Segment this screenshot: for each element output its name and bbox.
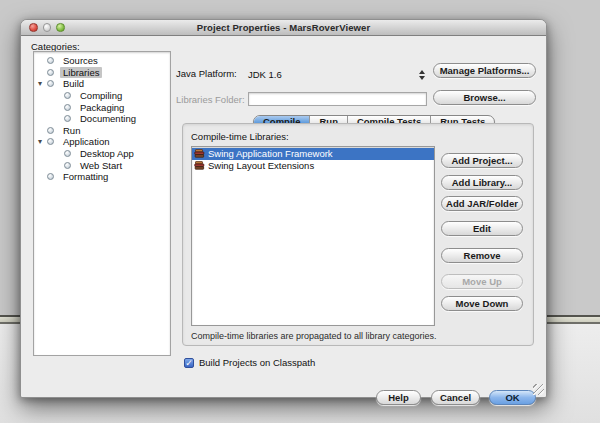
tree-item-label: Documenting	[77, 113, 139, 124]
compile-libraries-groupbox: Compile-time Libraries: Swing Applicatio…	[182, 123, 534, 346]
tree-item-label: Sources	[60, 55, 101, 66]
help-button[interactable]: Help	[376, 390, 421, 405]
categories-tree[interactable]: Sources Libraries ▾ Build Compiling P	[33, 51, 171, 356]
library-books-icon	[194, 161, 205, 170]
java-platform-combobox[interactable]: JDK 1.6	[248, 69, 282, 80]
library-actions: Add Project...Add Library...Add JAR/Fold…	[441, 153, 523, 311]
libraries-folder-label: Libraries Folder:	[176, 94, 245, 105]
tree-item-label: Web Start	[77, 160, 125, 171]
libraries-folder-input[interactable]	[248, 92, 427, 106]
combobox-stepper-icon[interactable]	[419, 70, 425, 80]
window-content: Categories: Sources Libraries ▾ Build	[21, 35, 546, 397]
category-bullet-icon	[64, 104, 71, 111]
checkbox-label: Build Projects on Classpath	[199, 357, 315, 368]
library-name: Swing Application Framework	[208, 148, 333, 159]
tree-item-label: Application	[60, 136, 112, 147]
tree-item-label: Formatting	[60, 171, 111, 182]
remove-button[interactable]: Remove	[441, 248, 523, 263]
tree-item-label: Run	[60, 125, 83, 136]
manage-platforms-button[interactable]: Manage Platforms...	[433, 63, 536, 78]
category-bullet-icon	[64, 115, 71, 122]
edit-button[interactable]: Edit	[441, 221, 523, 236]
category-bullet-icon	[64, 150, 71, 157]
tree-item-formatting[interactable]: Formatting	[34, 171, 170, 183]
library-books-icon	[194, 149, 205, 158]
tree-item-label: Compiling	[77, 90, 125, 101]
expander-icon[interactable]: ▾	[38, 137, 47, 146]
tree-item-label: Packaging	[77, 102, 127, 113]
category-bullet-icon	[47, 80, 54, 87]
category-bullet-icon	[64, 92, 71, 99]
move-down-button[interactable]: Move Down	[441, 296, 523, 311]
tree-item-libraries[interactable]: Libraries	[34, 67, 170, 79]
tree-item-compiling[interactable]: Compiling	[34, 90, 170, 102]
cancel-button[interactable]: Cancel	[431, 390, 480, 405]
ok-button[interactable]: OK	[489, 390, 536, 405]
browse-button[interactable]: Browse...	[433, 90, 536, 105]
category-bullet-icon	[47, 173, 54, 180]
library-item-swing-layout-extensions[interactable]: Swing Layout Extensions	[192, 160, 434, 172]
category-bullet-icon	[47, 69, 54, 76]
compile-time-libraries-label: Compile-time Libraries:	[191, 131, 289, 142]
tree-item-label: Libraries	[60, 67, 102, 78]
add-library-button[interactable]: Add Library...	[441, 175, 523, 190]
compile-libraries-list[interactable]: Swing Application Framework Swing Layout…	[191, 146, 435, 326]
tree-item-application[interactable]: ▾ Application	[34, 136, 170, 148]
window-titlebar[interactable]: Project Properties - MarsRoverViewer	[21, 20, 546, 36]
library-item-swing-application-framework[interactable]: Swing Application Framework	[192, 148, 434, 160]
resize-grip-icon[interactable]	[533, 384, 544, 395]
move-up-button[interactable]: Move Up	[441, 274, 523, 289]
tree-item-label: Build	[60, 78, 87, 89]
tree-item-documenting[interactable]: Documenting	[34, 113, 170, 125]
add-project-button[interactable]: Add Project...	[441, 153, 523, 168]
build-projects-checkbox-row[interactable]: ✓ Build Projects on Classpath	[184, 357, 315, 368]
checkbox-checked-icon[interactable]: ✓	[184, 358, 194, 368]
tree-item-sources[interactable]: Sources	[34, 55, 170, 67]
category-bullet-icon	[64, 162, 71, 169]
tree-item-run[interactable]: Run	[34, 125, 170, 137]
propagation-note: Compile-time libraries are propagated to…	[191, 331, 531, 341]
expander-icon[interactable]: ▾	[38, 79, 47, 88]
library-name: Swing Layout Extensions	[208, 160, 314, 171]
project-properties-window: Project Properties - MarsRoverViewer Cat…	[20, 19, 547, 398]
tree-item-label: Desktop App	[77, 148, 137, 159]
java-platform-label: Java Platform:	[176, 68, 237, 79]
window-title: Project Properties - MarsRoverViewer	[21, 22, 546, 33]
tree-item-desktop-app[interactable]: Desktop App	[34, 148, 170, 160]
tree-item-web-start[interactable]: Web Start	[34, 159, 170, 171]
category-bullet-icon	[47, 138, 54, 145]
tree-item-packaging[interactable]: Packaging	[34, 101, 170, 113]
category-bullet-icon	[47, 127, 54, 134]
add-jar-folder-button[interactable]: Add JAR/Folder	[441, 196, 523, 211]
tree-item-build[interactable]: ▾ Build	[34, 78, 170, 90]
category-bullet-icon	[47, 57, 54, 64]
